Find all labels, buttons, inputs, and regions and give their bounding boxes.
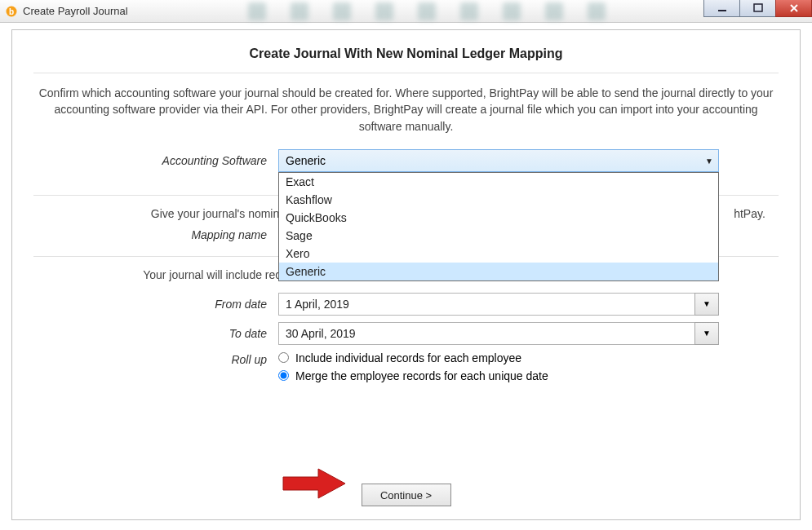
arrow-annotation-icon	[282, 467, 347, 500]
mapping-text-left: Give your journal's nominal	[47, 207, 291, 220]
chevron-down-icon: ▼	[705, 156, 713, 165]
from-date-label: From date	[33, 298, 278, 311]
svg-text:b: b	[9, 7, 14, 16]
rollup-radio-individual[interactable]	[278, 352, 289, 363]
from-date-row: From date 1 April, 2019 ▼	[33, 293, 779, 316]
dropdown-option[interactable]: Sage	[279, 227, 718, 245]
dropdown-option[interactable]: Exact	[279, 173, 718, 191]
window-title: Create Payroll Journal	[23, 5, 128, 17]
to-date-field[interactable]: 30 April, 2019	[278, 322, 694, 345]
to-date-label: To date	[33, 327, 278, 340]
app-icon: b	[5, 5, 18, 18]
separator	[33, 73, 779, 73]
rollup-label: Roll up	[33, 351, 278, 366]
intro-text: Confirm which accounting software your j…	[33, 85, 779, 135]
from-date-field[interactable]: 1 April, 2019	[278, 293, 694, 316]
dialog-panel: Create Journal With New Nominal Ledger M…	[11, 29, 801, 520]
minimize-button[interactable]	[703, 0, 740, 17]
button-bar: Continue >	[12, 484, 800, 506]
dropdown-option[interactable]: QuickBooks	[279, 209, 718, 227]
chevron-down-icon: ▼	[703, 329, 711, 338]
accounting-software-label: Accounting Software	[33, 154, 278, 167]
rollup-option-label: Include individual records for each empl…	[295, 351, 521, 364]
dropdown-option[interactable]: Kashflow	[279, 191, 718, 209]
accounting-software-dropdown[interactable]: Generic ▼ Exact Kashflow QuickBooks Sage…	[278, 149, 719, 172]
accounting-software-row: Accounting Software Generic ▼ Exact Kash…	[33, 149, 779, 172]
rollup-option-label: Merge the employee records for each uniq…	[295, 369, 548, 382]
rollup-option-individual[interactable]: Include individual records for each empl…	[278, 351, 719, 364]
from-date-dropdown-button[interactable]: ▼	[694, 293, 719, 316]
titlebar: b Create Payroll Journal	[0, 0, 812, 23]
rollup-row: Roll up Include individual records for e…	[33, 351, 779, 387]
accounting-software-dropdown-list: Exact Kashflow QuickBooks Sage Xero Gene…	[278, 172, 719, 281]
to-date-dropdown-button[interactable]: ▼	[694, 322, 719, 345]
chevron-down-icon: ▼	[703, 299, 711, 308]
continue-button[interactable]: Continue >	[362, 484, 451, 506]
dropdown-option[interactable]: Generic	[279, 263, 718, 280]
dropdown-option[interactable]: Xero	[279, 245, 718, 263]
svg-rect-2	[718, 10, 726, 11]
mapping-name-label: Mapping name	[33, 228, 278, 241]
accounting-software-selected: Generic	[286, 154, 326, 167]
background-toolbar	[147, 0, 706, 23]
to-date-row: To date 30 April, 2019 ▼	[33, 322, 779, 345]
svg-marker-4	[283, 469, 345, 498]
dialog-heading: Create Journal With New Nominal Ledger M…	[33, 46, 779, 61]
maximize-button[interactable]	[739, 0, 776, 17]
svg-rect-3	[754, 4, 762, 11]
mapping-text-right: htPay.	[732, 207, 765, 220]
close-button[interactable]	[775, 0, 812, 17]
rollup-radio-merge[interactable]	[278, 370, 289, 381]
window-controls	[704, 0, 812, 19]
rollup-option-merge[interactable]: Merge the employee records for each uniq…	[278, 369, 719, 382]
